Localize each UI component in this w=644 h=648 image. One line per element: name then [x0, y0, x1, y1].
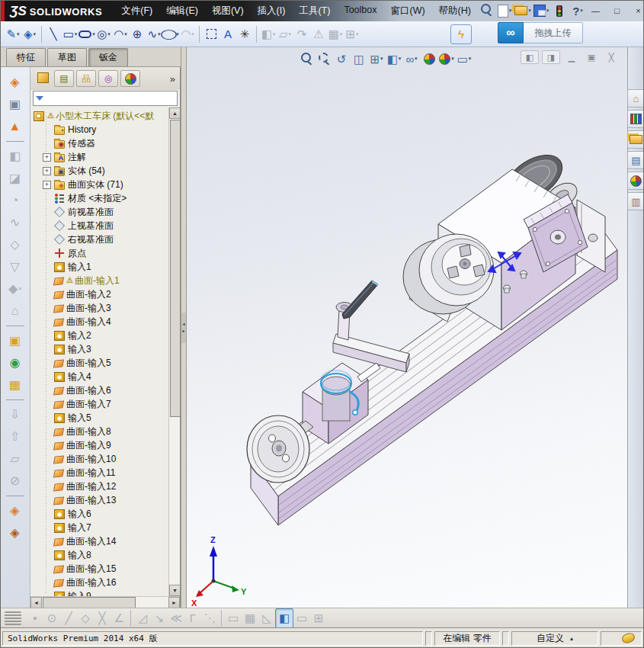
menu-item[interactable]: 帮助(H)	[432, 2, 478, 21]
tree-filter[interactable]	[33, 91, 178, 106]
linear-pattern-icon[interactable]: ▦▾	[327, 25, 344, 43]
extruded-cut-icon[interactable]: ▣	[7, 332, 24, 350]
mirror-entities-icon[interactable]: ◧▾	[260, 25, 277, 43]
tree-item[interactable]: +曲面实体 (71)	[30, 178, 168, 191]
file-explorer-icon[interactable]	[627, 130, 644, 149]
polygon-icon[interactable]: ⊕	[129, 25, 146, 43]
sketched-bend-icon[interactable]: ◇	[7, 236, 24, 254]
forming-tool-icon[interactable]: ⌂	[7, 302, 24, 320]
convert-entities-icon[interactable]: ▱▾	[277, 25, 293, 43]
scroll-left-button[interactable]: ◄	[30, 597, 42, 608]
smart-dimension-icon[interactable]: ◈▾	[21, 25, 38, 43]
tab-钣金[interactable]: 钣金	[88, 48, 128, 66]
previous-view-icon[interactable]: ↺	[333, 50, 350, 67]
cross-break-icon[interactable]: ▽	[7, 258, 24, 276]
move-entities-icon[interactable]: ⊞▾	[344, 25, 360, 43]
flatten-icon[interactable]: ▱	[7, 450, 24, 468]
scroll-down-button[interactable]: ▼	[169, 585, 180, 596]
tree-item[interactable]: 输入4	[30, 370, 168, 383]
featuremanager-tree-icon[interactable]	[34, 70, 52, 85]
display-style-icon[interactable]: ◧▾	[386, 50, 402, 67]
unfold-icon[interactable]: ⇩	[7, 406, 24, 424]
tree-item[interactable]: 曲面-输入6	[30, 383, 168, 397]
appearances-scenes-icon[interactable]	[627, 172, 644, 190]
tree-item[interactable]: ⚠曲面-输入1	[30, 274, 168, 287]
no-bends-icon[interactable]: ⊘	[7, 472, 24, 490]
angle-snap-icon[interactable]: ∠	[111, 609, 127, 627]
save-icon[interactable]: ▾	[533, 2, 549, 20]
tree-item[interactable]: History	[30, 123, 168, 136]
center-snap-icon[interactable]: ⊙	[43, 609, 60, 627]
polygon-snap-icon[interactable]: ◇	[77, 609, 94, 627]
sketch-fillet-icon[interactable]: ◠▾	[179, 25, 196, 43]
tree-item[interactable]: 输入2	[30, 329, 168, 342]
four-viewports-icon[interactable]: ⊞	[310, 609, 327, 627]
straight-slot-icon[interactable]: ▾	[78, 25, 95, 43]
view-palette-icon[interactable]: ▤	[627, 151, 644, 169]
panel-splitter[interactable]: ◂▸	[181, 47, 187, 608]
help-icon[interactable]: ▾	[569, 2, 586, 20]
line-icon[interactable]: ╲	[45, 25, 62, 43]
minimize-window-icon[interactable]: —	[586, 4, 605, 18]
tree-filter-input[interactable]	[46, 93, 175, 104]
view-settings-icon[interactable]: ▭▾	[456, 50, 473, 67]
tree-item[interactable]: 曲面-输入4	[30, 315, 168, 329]
view-orientation-icon[interactable]: ⊞▾	[368, 50, 385, 67]
displaymanager-icon[interactable]	[120, 70, 140, 87]
expand-toggle[interactable]: +	[43, 181, 51, 189]
vertical-scroll-thumb[interactable]	[170, 120, 180, 417]
tree-item[interactable]: 曲面-输入12	[30, 480, 168, 493]
tree-item[interactable]: 右视基准面	[30, 233, 168, 246]
base-flange-icon[interactable]: ◈	[7, 73, 24, 91]
hide-show-items-icon[interactable]: ∞▾	[403, 50, 420, 67]
tag-icon[interactable]	[620, 631, 636, 646]
edit-appearance-icon[interactable]	[421, 50, 437, 67]
tree-item[interactable]: 原点	[30, 246, 168, 260]
tree-item[interactable]: 曲面-输入3	[30, 301, 168, 315]
zoom-to-area-icon[interactable]	[316, 50, 332, 67]
search-icon[interactable]	[478, 2, 495, 20]
tree-item[interactable]: 曲面-输入5	[30, 356, 168, 370]
tree-item[interactable]: 曲面-输入16	[30, 576, 168, 589]
text-icon[interactable]: A	[219, 25, 236, 43]
sketch-icon[interactable]: ✎▾	[5, 25, 21, 43]
tree-horizontal-scrollbar[interactable]: ◄ ►	[30, 596, 180, 608]
tree-item[interactable]: 曲面-输入10	[30, 452, 168, 466]
menu-item[interactable]: 视图(V)	[205, 2, 251, 21]
menu-item[interactable]: 文件(F)	[114, 2, 159, 21]
expand-toggle[interactable]: +	[43, 167, 51, 175]
tree-item[interactable]: 输入3	[30, 342, 168, 356]
sketch-picture-icon[interactable]: ⚠	[310, 25, 327, 43]
graphics-viewport[interactable]: ↺◫⊞▾◧▾∞▾▾▭▾ ◧◨▁▣╳	[187, 47, 627, 608]
tree-item[interactable]: +注解	[30, 150, 168, 164]
menu-item[interactable]: 插入(I)	[251, 2, 293, 21]
close-window-icon[interactable]: ×	[629, 4, 644, 18]
point-icon[interactable]: ✳	[236, 25, 253, 43]
maximize-window-icon[interactable]: □	[607, 4, 626, 18]
lofted-bend-icon[interactable]: ▲	[7, 117, 24, 136]
ellipse-icon[interactable]: ◯▾	[162, 25, 179, 43]
single-viewport-icon[interactable]: ▭	[293, 609, 310, 627]
options-traffic-light-icon[interactable]	[551, 2, 568, 20]
circle-icon[interactable]: ◎▾	[95, 25, 112, 43]
angle-reference-icon[interactable]: ◺	[258, 609, 275, 627]
convert-to-sheet-metal-icon[interactable]: ▣	[7, 95, 24, 114]
tree-item[interactable]: 曲面-输入9	[30, 438, 168, 452]
tree-item[interactable]: 输入5	[30, 411, 168, 425]
tree-item[interactable]: 曲面-输入13	[30, 493, 168, 507]
tree-item[interactable]: 曲面-输入2	[30, 287, 168, 301]
tree-item[interactable]: 输入1	[30, 260, 168, 274]
tree-item[interactable]: 曲面-输入11	[30, 466, 168, 480]
arc-icon[interactable]: ◠▾	[112, 25, 129, 43]
menu-item[interactable]: 工具(T)	[292, 2, 337, 21]
corners-icon[interactable]: ◆▾	[7, 280, 24, 298]
tree-item[interactable]: 曲面-输入8	[30, 425, 168, 438]
parallel-snap-icon[interactable]: ≪	[168, 609, 184, 627]
tangent-snap-icon[interactable]: ◿	[134, 609, 151, 627]
close-document-icon[interactable]: ╳	[603, 51, 620, 63]
intersection-snap-icon[interactable]: ╳	[94, 609, 111, 627]
tree-item[interactable]: 曲面-输入14	[30, 534, 168, 548]
nearest-snap-icon[interactable]: ↘	[151, 609, 168, 627]
line-snap-icon[interactable]: ╱	[60, 609, 77, 627]
tree-item[interactable]: 输入9	[30, 589, 168, 596]
